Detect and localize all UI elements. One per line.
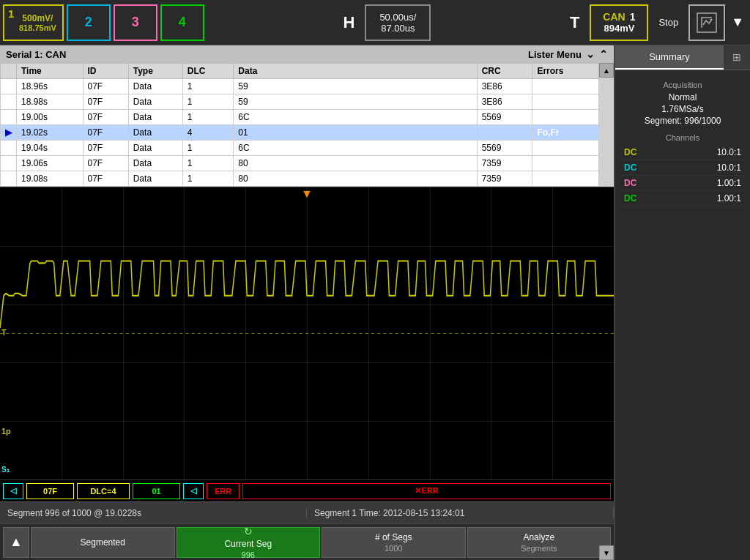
cursor-block[interactable] (688, 4, 725, 41)
row-id: 07F (83, 94, 128, 110)
row-dlc: 1 (182, 156, 234, 171)
ch4-number: 4 (179, 15, 186, 30)
table-icon-button[interactable]: ⊞ (724, 45, 750, 70)
timebase-value: 50.00us/ (379, 12, 416, 23)
row-arrow-cell: ▶ (1, 125, 17, 141)
can-block[interactable]: CAN 1 894mV (590, 4, 648, 41)
row-data: 59 (234, 94, 477, 110)
waveform-section: ▼ T 1p S₁ (0, 187, 614, 479)
summary-tab-label: Summary (649, 51, 690, 62)
time-info-text: Segment 1 Time: 2012-08-15 13:24:01 (314, 508, 464, 518)
row-data: 6C (234, 110, 477, 125)
row-crc: 3E86 (477, 79, 532, 94)
acq-segment: Segment: 996/1000 (621, 116, 744, 126)
col-id: ID (83, 64, 128, 79)
row-crc: 5569 (477, 141, 532, 156)
current-seg-label: Current Seg (224, 539, 272, 549)
ch1-number: 1 (8, 7, 14, 20)
segmented-label: Segmented (81, 537, 125, 548)
scroll-up-button[interactable]: ▲ (599, 63, 614, 78)
row-time: 18.96s (17, 79, 83, 94)
scroll-down-button[interactable]: ▼ (599, 545, 614, 560)
row-time: 18.98s (17, 94, 83, 110)
row-crc: 7359 (477, 171, 532, 187)
num-segs-button[interactable]: # of Segs 1000 (322, 527, 466, 558)
segment-info-text: Segment 996 of 1000 @ 19.0228s (7, 508, 141, 518)
row-type: Data (128, 125, 182, 141)
table-row[interactable]: 18.96s07FData1593E86 (1, 79, 599, 94)
channel-label-4: DC (624, 193, 636, 204)
table-icon: ⊞ (732, 51, 741, 63)
row-errors (532, 94, 599, 110)
channel-2-block[interactable]: 2 (67, 4, 111, 41)
nav-up-button[interactable]: ▲ (3, 527, 29, 558)
lister-menu-chevron-up[interactable]: ⌃ (599, 48, 608, 60)
row-dlc: 1 (182, 94, 234, 110)
row-errors (532, 79, 599, 94)
channel-label-1: DC (624, 147, 636, 157)
channel-value-4: 1.00:1 (717, 193, 741, 204)
acq-mode: Normal (621, 92, 744, 102)
lister-header-bar: Serial 1: CAN Lister Menu ⌄ ⌃ (0, 45, 614, 63)
lister-menu-chevron-down[interactable]: ⌄ (586, 48, 595, 60)
row-crc: 5569 (477, 110, 532, 125)
lister-menu-label: Lister Menu (528, 49, 582, 60)
table-row[interactable]: 19.04s07FData16C5569 (1, 141, 599, 156)
acq-rate: 1.76MSa/s (621, 104, 744, 114)
current-seg-value: 996 (242, 550, 255, 559)
table-row[interactable]: 18.98s07FData1593E86 (1, 94, 599, 110)
row-type: Data (128, 141, 182, 156)
decode-seg-dlc: DLC=4 (77, 483, 130, 499)
acquisition-label: Acquisition (621, 81, 744, 89)
channel-value-2: 10.0:1 (717, 163, 741, 173)
row-arrow-cell (1, 79, 17, 94)
channel-value-3: 1.00:1 (717, 178, 741, 188)
lister-section: Serial 1: CAN Lister Menu ⌄ ⌃ Time ID Ty (0, 45, 614, 187)
analyze-button[interactable]: Analyze Segments (467, 527, 612, 558)
decode-bar: ◁ 07F DLC=4 01 ◁ ERR ✕ERR (0, 479, 614, 501)
row-crc (477, 125, 532, 141)
row-time: 19.02s (17, 125, 83, 141)
can-label: CAN (603, 11, 625, 23)
channel-1-block[interactable]: 1 500mV/ 818.75mV (3, 4, 64, 41)
row-type: Data (128, 156, 182, 171)
lister-table: Time ID Type DLC Data CRC Errors 18.96s0… (0, 63, 599, 187)
timebase-block[interactable]: 50.00us/ 87.00us (365, 4, 431, 41)
table-header-row: Time ID Type DLC Data CRC Errors (1, 64, 599, 79)
col-data: Data (234, 64, 477, 79)
row-dlc: 1 (182, 79, 234, 94)
current-seg-icon: ↻ (244, 526, 253, 537)
decode-seg-start: ◁ (3, 483, 23, 499)
stop-block: Stop (651, 4, 686, 41)
can-num: 1 (630, 11, 636, 23)
table-row[interactable]: 19.08s07FData1807359 (1, 171, 599, 187)
row-errors (532, 141, 599, 156)
lister-table-container: Time ID Type DLC Data CRC Errors 18.96s0… (0, 63, 614, 187)
row-dlc: 4 (182, 125, 234, 141)
segmented-button[interactable]: Segmented (31, 527, 175, 558)
row-data: 80 (234, 156, 477, 171)
row-arrow-cell (1, 141, 17, 156)
ch1-voltage: 500mV/ (22, 13, 53, 23)
ch2-number: 2 (85, 15, 92, 30)
channel-4-block[interactable]: 4 (160, 4, 204, 41)
can-waveform (0, 261, 614, 328)
table-row[interactable]: 19.06s07FData1807359 (1, 156, 599, 171)
summary-tab[interactable]: Summary (615, 45, 724, 70)
summary-content: Acquisition Normal 1.76MSa/s Segment: 99… (615, 70, 750, 560)
num-segs-label: # of Segs (375, 532, 412, 542)
row-id: 07F (83, 141, 128, 156)
right-panel: Summary ⊞ Acquisition Normal 1.76MSa/s S… (615, 45, 750, 560)
delay-value: 87.00us (381, 23, 415, 34)
row-crc: 3E86 (477, 94, 532, 110)
t-label: T (562, 4, 587, 41)
row-id: 07F (83, 125, 128, 141)
decode-seg-id: 07F (26, 483, 74, 499)
status-bar: Segment 996 of 1000 @ 19.0228s Segment 1… (0, 501, 614, 523)
arrow-down-button[interactable]: ▼ (728, 15, 747, 30)
table-row[interactable]: ▶19.02s07FData401Fo,Fr (1, 125, 599, 141)
channel-3-block[interactable]: 3 (114, 4, 157, 41)
svg-rect-0 (697, 13, 716, 32)
table-row[interactable]: 19.00s07FData16C5569 (1, 110, 599, 125)
current-seg-button[interactable]: ↻ Current Seg 996 (177, 527, 321, 558)
